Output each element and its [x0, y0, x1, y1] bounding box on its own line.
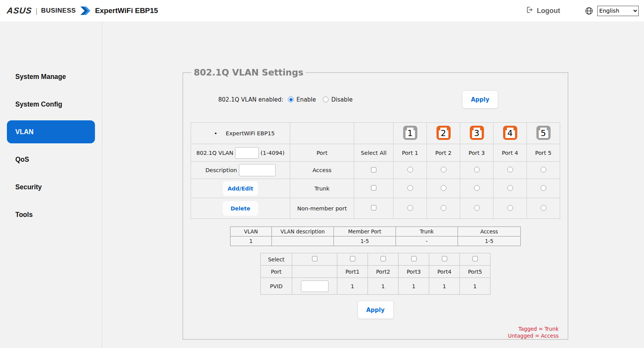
access-select-all-checkbox[interactable]: [371, 167, 376, 172]
pvid-input[interactable]: [301, 281, 329, 292]
delete-button[interactable]: Delete: [223, 201, 258, 216]
enable-radio[interactable]: [288, 97, 294, 102]
tagged-note: Tagged = Trunk: [191, 326, 559, 333]
pvid-select-port-2-checkbox[interactable]: [381, 256, 386, 261]
trunk-cell: -: [396, 236, 458, 246]
trunk-port-1-radio[interactable]: [407, 185, 413, 191]
enable-radio-option[interactable]: Enable: [288, 96, 316, 103]
trunk-row-label: Trunk: [290, 179, 354, 198]
sidebar-item-tools[interactable]: Tools: [0, 201, 102, 228]
disable-radio-label: Disable: [331, 96, 353, 103]
trunk-port-3-radio[interactable]: [474, 185, 480, 191]
language-select[interactable]: English: [597, 6, 639, 16]
port-4-header: Port 4: [494, 144, 527, 162]
pvid-row-label: PVID: [261, 278, 292, 295]
trunk-port-2-radio[interactable]: [441, 185, 446, 191]
ethernet-port-3-icon: 3: [470, 126, 484, 140]
trunk-select-all-checkbox[interactable]: [371, 185, 376, 190]
pvid-select-port-3-checkbox[interactable]: [411, 256, 417, 261]
select-row-label: Select: [261, 253, 292, 266]
port-1-header: Port 1: [394, 144, 427, 162]
trunk-header: Trunk: [396, 227, 458, 236]
vlan-enable-row: 802.1Q VLAN enabled: Enable Disable Appl…: [191, 90, 560, 108]
pvid-port-3-value: 1: [399, 278, 429, 295]
select-all-header: Select All: [354, 144, 394, 162]
top-bar: ASUS | BUSINESS ExpertWiFi EBP15 Logout: [0, 0, 644, 21]
sidebar-item-qos[interactable]: QoS: [0, 146, 102, 173]
vlan-summary-header-row: VLAN VLAN description Member Port Trunk …: [230, 227, 521, 236]
access-port-2-radio[interactable]: [441, 167, 446, 172]
non-member-port-4-radio[interactable]: [507, 205, 513, 211]
asus-logo: ASUS: [7, 6, 33, 16]
pvid-port-5-header: Port5: [460, 266, 490, 278]
vlan-id-input[interactable]: [235, 147, 259, 159]
non-member-port-1-radio[interactable]: [407, 205, 413, 211]
untagged-note: Untagged = Access: [191, 333, 559, 340]
pvid-port-4-header: Port4: [429, 266, 460, 278]
non-member-row-label: Non-member port: [290, 198, 354, 219]
pvid-port-4-value: 1: [429, 278, 460, 295]
device-name-row: • ExpertWiFi EBP15: [191, 130, 290, 136]
access-port-1-radio[interactable]: [407, 167, 413, 172]
add-edit-button[interactable]: Add/Edit: [223, 181, 258, 196]
access-row-label: Access: [290, 162, 354, 179]
pvid-port-1-header: Port1: [337, 266, 368, 278]
vlan-summary-table: VLAN VLAN description Member Port Trunk …: [230, 227, 521, 246]
pvid-select-all-checkbox[interactable]: [312, 256, 317, 261]
vlan-id-range: (1-4094): [261, 150, 285, 156]
logout-icon: [525, 6, 533, 16]
description-label: Description: [205, 167, 237, 173]
trunk-port-5-radio[interactable]: [541, 185, 546, 191]
access-port-4-radio[interactable]: [507, 167, 513, 172]
enable-radio-label: Enable: [296, 96, 316, 103]
pvid-port-2-header: Port2: [368, 266, 399, 278]
description-input[interactable]: [239, 164, 276, 176]
vlan-description-cell: [272, 236, 334, 246]
non-member-port-2-radio[interactable]: [441, 205, 446, 211]
logout-button[interactable]: Logout: [525, 6, 560, 16]
page-title: ExpertWiFi EBP15: [95, 7, 158, 15]
pvid-select-port-4-checkbox[interactable]: [442, 256, 447, 261]
port-column-header: Port: [290, 144, 354, 162]
pvid-port-5-value: 1: [460, 278, 490, 295]
pvid-select-port-1-checkbox[interactable]: [350, 256, 355, 261]
trunk-port-4-radio[interactable]: [507, 185, 513, 191]
sidebar-item-system-manage[interactable]: System Manage: [0, 63, 102, 90]
port-2-header: Port 2: [427, 144, 460, 162]
port-5-header: Port 5: [527, 144, 560, 162]
access-header: Access: [458, 227, 521, 236]
access-port-5-radio[interactable]: [541, 167, 546, 172]
brand-separator: |: [35, 7, 38, 15]
disable-radio-option[interactable]: Disable: [323, 96, 353, 103]
top-bar-right: Logout English: [525, 6, 639, 16]
vlan-header: VLAN: [230, 227, 272, 236]
pvid-value-row: PVID 1 1 1 1 1: [261, 278, 490, 295]
non-member-select-all-checkbox[interactable]: [371, 205, 376, 210]
logout-label: Logout: [537, 7, 560, 15]
ethernet-port-4-icon: 4: [503, 126, 517, 140]
access-port-3-radio[interactable]: [474, 167, 480, 172]
sidebar-item-system-config[interactable]: System Config: [0, 90, 102, 118]
enable-radio-group: Enable Disable: [288, 96, 353, 103]
vlan-id-label: 802.1Q VLAN: [196, 150, 234, 156]
device-name: ExpertWiFi EBP15: [226, 130, 275, 136]
access-cell: 1-5: [458, 236, 521, 246]
main-content: 802.1Q VLAN Settings 802.1Q VLAN enabled…: [102, 21, 644, 348]
double-chevron-right-icon: [80, 6, 90, 15]
ethernet-port-5-icon: 5: [536, 126, 551, 140]
brand: ASUS | BUSINESS ExpertWiFi EBP15: [7, 6, 158, 16]
disable-radio[interactable]: [323, 97, 329, 102]
non-member-port-3-radio[interactable]: [474, 205, 480, 211]
pvid-select-port-5-checkbox[interactable]: [472, 256, 478, 261]
apply-pvid-button[interactable]: Apply: [358, 301, 394, 319]
apply-enable-button[interactable]: Apply: [462, 90, 498, 108]
vlan-cell: 1: [230, 236, 272, 246]
port-3-header: Port 3: [460, 144, 494, 162]
sidebar-item-security[interactable]: Security: [0, 173, 102, 201]
brand-business-label: BUSINESS: [41, 7, 76, 15]
pvid-table: Select Port Port1 Port2 Port3 Port4 Port…: [260, 253, 490, 295]
port-config-table: • ExpertWiFi EBP15 1: [191, 122, 560, 219]
non-member-port-5-radio[interactable]: [541, 205, 546, 211]
sidebar-item-vlan[interactable]: VLAN: [7, 120, 95, 143]
vlan-enabled-label: 802.1Q VLAN enabled:: [218, 96, 283, 103]
